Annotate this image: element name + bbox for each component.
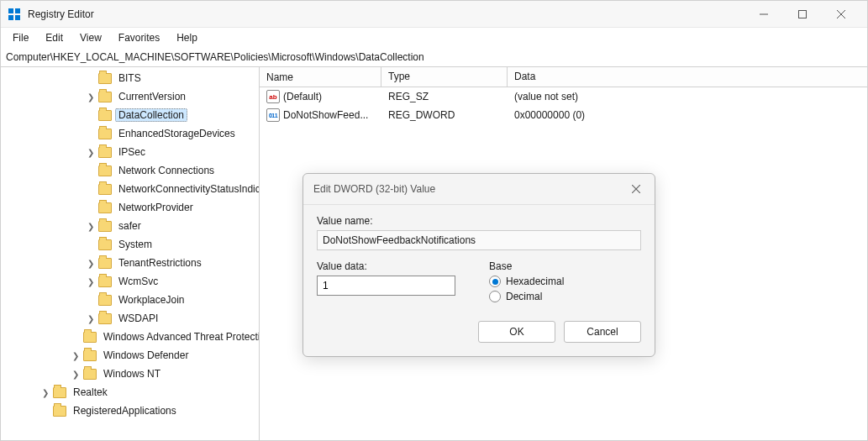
tree-item-label: TenantRestrictions: [115, 256, 205, 270]
value-name-label: Value name:: [317, 215, 641, 227]
tree-item[interactable]: Network Connections: [1, 161, 259, 180]
expand-icon[interactable]: ❯: [85, 312, 97, 324]
tree-item[interactable]: ❯Windows Defender: [1, 346, 259, 365]
tree-item[interactable]: BITS: [1, 69, 259, 87]
col-header-type[interactable]: Type: [381, 67, 508, 87]
value-row[interactable]: (Default)REG_SZ(value not set): [260, 87, 867, 106]
tree-item-label: safer: [115, 219, 145, 233]
app-icon: [8, 8, 21, 21]
expand-icon[interactable]: ❯: [85, 276, 97, 287]
expand-icon[interactable]: ❯: [85, 91, 97, 102]
tree-item-label: EnhancedStorageDevices: [115, 127, 239, 140]
tree-item[interactable]: RegisteredApplications: [1, 402, 259, 420]
tree-item-label: WSDAPI: [115, 312, 161, 325]
expand-icon[interactable]: ❯: [70, 368, 82, 380]
expand-icon[interactable]: ❯: [85, 220, 97, 232]
menu-help[interactable]: Help: [168, 29, 206, 46]
tree-item-label: WcmSvc: [115, 275, 161, 288]
col-header-name[interactable]: Name: [260, 67, 381, 87]
tree-item[interactable]: System: [1, 235, 259, 254]
folder-icon: [98, 313, 112, 324]
radio-dec-icon: [489, 291, 501, 302]
tree-item[interactable]: DataCollection: [1, 106, 259, 124]
folder-icon: [98, 202, 112, 213]
close-button[interactable]: [822, 1, 860, 28]
dialog-title: Edit DWORD (32-bit) Value: [313, 183, 435, 195]
tree-item[interactable]: WorkplaceJoin: [1, 291, 259, 309]
window-title: Registry Editor: [28, 8, 94, 20]
radio-hex-icon: [489, 276, 501, 287]
folder-icon: [98, 165, 112, 176]
expand-icon[interactable]: ❯: [70, 349, 82, 361]
tree-item-label: RegisteredApplications: [70, 404, 180, 417]
col-header-data[interactable]: Data: [508, 67, 867, 87]
tree-item-label: Windows NT: [100, 367, 164, 381]
tree-item[interactable]: ❯Realtek: [1, 383, 259, 402]
tree-item-label: Windows Advanced Threat Protection: [100, 330, 260, 344]
svg-rect-2: [8, 15, 13, 20]
tree-item[interactable]: Windows Advanced Threat Protection: [1, 328, 259, 346]
folder-icon: [98, 129, 112, 139]
value-row[interactable]: DoNotShowFeed...REG_DWORD0x00000000 (0): [260, 106, 867, 124]
value-data-label: Value data:: [317, 260, 469, 272]
svg-rect-1: [15, 8, 20, 13]
menu-view[interactable]: View: [71, 29, 110, 46]
tree-item[interactable]: NetworkConnectivityStatusIndicator: [1, 180, 259, 198]
tree-item-label: Network Connections: [115, 164, 218, 177]
value-type: REG_SZ: [381, 91, 508, 102]
maximize-button[interactable]: [783, 1, 822, 28]
tree-item[interactable]: ❯CurrentVersion: [1, 87, 259, 106]
edit-dword-dialog: Edit DWORD (32-bit) Value Value name: Do…: [302, 173, 655, 357]
menu-file[interactable]: File: [4, 29, 37, 46]
tree-item[interactable]: ❯WSDAPI: [1, 309, 259, 328]
tree-item-label: NetworkProvider: [115, 201, 197, 214]
minimize-button[interactable]: [744, 1, 783, 28]
tree-item-label: DataCollection: [115, 108, 187, 122]
tree-item-label: System: [115, 238, 155, 251]
folder-icon: [98, 73, 112, 84]
folder-icon: [53, 406, 66, 417]
expand-icon[interactable]: ❯: [39, 386, 51, 398]
tree-item[interactable]: ❯TenantRestrictions: [1, 254, 259, 272]
address-bar[interactable]: Computer\HKEY_LOCAL_MACHINE\SOFTWARE\Pol…: [1, 48, 867, 67]
radio-dec-label: Decimal: [506, 291, 542, 302]
value-name-field[interactable]: DoNotShowFeedbackNotifications: [317, 230, 641, 250]
svg-rect-5: [799, 10, 807, 18]
value-data-input[interactable]: [317, 276, 455, 296]
tree-item[interactable]: NetworkProvider: [1, 198, 259, 217]
tree-item[interactable]: ❯WcmSvc: [1, 272, 259, 291]
tree-item[interactable]: EnhancedStorageDevices: [1, 124, 259, 143]
expand-icon[interactable]: ❯: [85, 257, 97, 269]
cancel-button[interactable]: Cancel: [564, 321, 641, 343]
radio-decimal[interactable]: Decimal: [489, 291, 641, 302]
folder-icon: [98, 276, 112, 287]
tree-item-label: BITS: [115, 71, 145, 85]
radio-hexadecimal[interactable]: Hexadecimal: [489, 276, 641, 287]
folder-icon: [98, 239, 112, 250]
folder-icon: [98, 258, 112, 269]
folder-icon: [98, 184, 112, 195]
folder-icon: [98, 92, 112, 102]
folder-icon: [98, 295, 112, 306]
dialog-close-icon[interactable]: [628, 181, 644, 197]
tree-item[interactable]: ❯IPSec: [1, 143, 259, 161]
menu-edit[interactable]: Edit: [37, 29, 71, 46]
tree-pane[interactable]: BITS❯CurrentVersionDataCollectionEnhance…: [1, 67, 260, 440]
value-data: 0x00000000 (0): [508, 109, 867, 121]
values-header: Name Type Data: [260, 67, 867, 87]
tree-item[interactable]: ❯Windows NT: [1, 365, 259, 383]
folder-icon: [83, 369, 97, 380]
string-value-icon: [266, 90, 280, 103]
menu-favorites[interactable]: Favorites: [110, 29, 168, 46]
value-type: REG_DWORD: [381, 109, 508, 121]
tree-item-label: Realtek: [70, 386, 111, 399]
tree-item-label: WorkplaceJoin: [115, 293, 187, 307]
folder-icon: [83, 332, 97, 343]
tree-item-label: Windows Defender: [100, 349, 192, 362]
ok-button[interactable]: OK: [478, 321, 555, 343]
tree-item[interactable]: ❯safer: [1, 217, 259, 235]
titlebar: Registry Editor: [1, 1, 867, 28]
folder-icon: [53, 387, 66, 398]
expand-icon[interactable]: ❯: [85, 146, 97, 158]
tree-item-label: NetworkConnectivityStatusIndicator: [115, 182, 260, 196]
